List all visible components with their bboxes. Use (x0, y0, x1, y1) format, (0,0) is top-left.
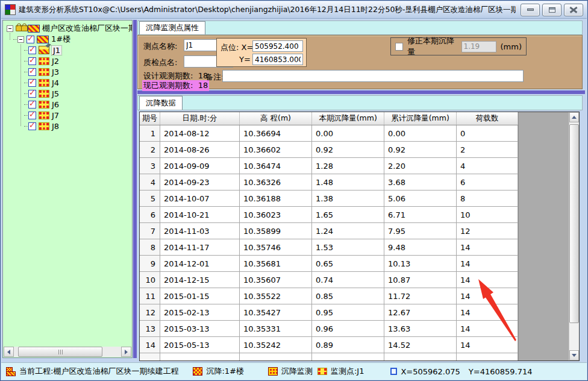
close-button[interactable] (564, 4, 583, 16)
scrollbar-thumb[interactable] (18, 347, 102, 357)
tree-node-point-j7[interactable]: J7 (3, 110, 132, 121)
table-row[interactable]: 102014-12-1510.356070.7410.8714 (140, 272, 579, 288)
table-vertical-scrollbar[interactable] (569, 112, 579, 361)
table-row[interactable]: 32014-09-0910.364741.282.204 (140, 158, 579, 174)
remark-input[interactable] (222, 70, 524, 82)
scroll-up-button[interactable] (569, 112, 579, 122)
table-row[interactable]: 72014-11-0310.358991.247.9512 (140, 223, 579, 239)
tree-node-building[interactable]: 1#楼 (3, 34, 132, 45)
correction-label: 修正本期沉降量 (407, 36, 457, 57)
window-controls (521, 4, 583, 16)
status-point-icon (317, 368, 327, 375)
scroll-down-button[interactable] (569, 350, 579, 361)
scroll-right-button[interactable] (121, 347, 131, 357)
status-point: 监测点:J1 (331, 366, 364, 377)
selected-point-icon (39, 46, 49, 54)
tree-horizontal-scrollbar[interactable] (4, 347, 131, 357)
window-title: 建筑变形分析系统ST10x@C:\Users\Administrator\Des… (19, 5, 516, 15)
tree-node-point-j4[interactable]: J4 (3, 77, 132, 88)
table-row[interactable]: 92014-12-0110.356810.6510.1314 (140, 256, 579, 272)
tab-settlement-point-properties[interactable]: 沉降监测点属性 (139, 21, 205, 34)
status-building-icon (193, 367, 202, 376)
tree-node-label: J1 (52, 46, 61, 55)
header-current-settlement[interactable]: 本期沉降量(mm) (312, 112, 384, 125)
status-coord-y: Y=4160859.714 (469, 367, 533, 376)
scroll-left-button[interactable] (4, 347, 14, 357)
point-name-label: 测点名称: (143, 41, 177, 52)
table-filler-area (518, 112, 569, 361)
table-row[interactable]: 22014-08-2610.366020.920.922 (140, 142, 579, 158)
properties-tabstrip: 沉降监测点属性 (137, 20, 583, 35)
position-x-label: 点位: X= (220, 42, 253, 53)
point-checkbox[interactable] (28, 57, 36, 65)
point-checkbox[interactable] (28, 79, 36, 87)
header-date[interactable]: 日期.时:分 (160, 112, 240, 125)
header-elevation[interactable]: 高 程(m) (240, 112, 312, 125)
correction-group: 修正本期沉降量 (mm) (390, 37, 527, 55)
tree-node-label: J5 (52, 89, 59, 98)
vertical-splitter[interactable] (133, 20, 137, 358)
point-checkbox[interactable] (28, 90, 36, 98)
data-tabstrip: 沉降数据 (137, 95, 583, 110)
status-coord-icon (390, 368, 397, 375)
minimize-button[interactable] (521, 4, 540, 16)
position-x-input[interactable] (252, 40, 303, 52)
point-icon (39, 79, 49, 87)
point-checkbox[interactable] (28, 68, 36, 76)
tree-node-label: 1#楼 (51, 34, 70, 45)
maximize-icon (549, 7, 555, 13)
table-row[interactable]: 142015-05-1310.352420.8914.5214 (140, 337, 579, 353)
collapse-icon[interactable] (7, 25, 13, 32)
tree-node-point-j1[interactable]: J1 (3, 45, 132, 55)
tree-node-point-j5[interactable]: J5 (3, 88, 132, 99)
tab-settlement-data[interactable]: 沉降数据 (139, 96, 183, 110)
header-cumulative-settlement[interactable]: 累计沉降量(mm) (384, 112, 457, 125)
table-row[interactable]: 132015-03-1310.353310.9613.6314 (140, 321, 579, 337)
maximize-button[interactable] (542, 4, 561, 16)
qc-name-label: 质检点名: (143, 57, 177, 68)
table-row[interactable]: 112015-01-1510.355220.8511.7214 (140, 288, 579, 304)
header-load-count[interactable]: 荷载数 (457, 112, 518, 125)
point-checkbox[interactable] (28, 46, 36, 54)
arrow-down-icon (572, 354, 577, 357)
tree-node-project[interactable]: 棚户区改造油棉厂区块一期续 (3, 23, 132, 34)
table-row[interactable]: 82014-11-1710.357461.539.4814 (140, 239, 579, 256)
arrow-up-icon (572, 116, 577, 119)
status-project-icon (6, 367, 16, 376)
project-tree-panel: 棚户区改造油棉厂区块一期续 1#楼 J1 J2 J3 (2, 20, 133, 358)
header-period[interactable]: 期号 (140, 112, 160, 125)
table-row[interactable]: 42014-09-2310.363261.483.686 (140, 174, 579, 190)
table-row-partial (140, 353, 579, 361)
tree-node-label: J3 (52, 68, 59, 77)
building-icon (37, 36, 49, 43)
correction-checkbox[interactable] (395, 43, 403, 51)
app-window: 建筑变形分析系统ST10x@C:\Users\Administrator\Des… (0, 0, 588, 381)
project-icon (28, 25, 40, 33)
observed-periods-label: 现已观测期数: 18 (142, 80, 209, 91)
point-icon (39, 112, 49, 119)
collapse-icon[interactable] (17, 36, 24, 43)
tree-node-label: J7 (52, 111, 59, 120)
tree-node-label: J6 (52, 100, 59, 109)
tree-node-point-j3[interactable]: J3 (3, 66, 132, 77)
point-checkbox[interactable] (28, 112, 36, 119)
position-y-label: Y= (239, 55, 251, 64)
table-row[interactable]: 122015-02-1310.354270.9512.6714 (140, 304, 579, 321)
tree-node-label: J4 (52, 78, 59, 87)
building-checkbox[interactable] (27, 36, 34, 43)
project-tree: 棚户区改造油棉厂区块一期续 1#楼 J1 J2 J3 (3, 20, 132, 131)
title-bar[interactable]: 建筑变形分析系统ST10x@C:\Users\Administrator\Des… (1, 1, 587, 19)
table-row[interactable]: 52014-10-0710.361881.385.068 (140, 190, 579, 207)
table-row[interactable]: 12014-08-1210.366940.000.000 (140, 125, 579, 142)
tree-node-point-j6[interactable]: J6 (3, 99, 132, 110)
point-checkbox[interactable] (28, 101, 36, 109)
point-checkbox[interactable] (28, 122, 36, 130)
table-row[interactable]: 62014-10-2110.360231.656.7110 (140, 207, 579, 223)
point-icon (39, 122, 49, 130)
tree-node-point-j8[interactable]: J8 (3, 121, 132, 131)
table-header: 期号 日期.时:分 高 程(m) 本期沉降量(mm) 累计沉降量(mm) 荷载数 (140, 112, 579, 125)
tree-node-label: J8 (52, 122, 59, 131)
tree-node-point-j2[interactable]: J2 (3, 55, 132, 66)
scrollbar-thumb[interactable] (569, 124, 579, 323)
position-y-input[interactable] (252, 54, 303, 65)
